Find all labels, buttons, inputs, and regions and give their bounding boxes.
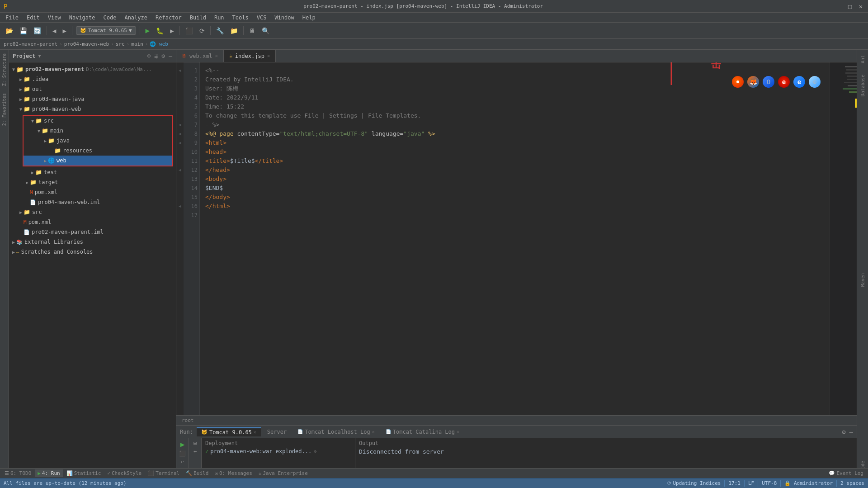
tree-item-src-root[interactable]: ▶ 📁 src xyxy=(9,207,176,217)
menu-help[interactable]: Help xyxy=(299,14,319,22)
todo-button[interactable]: ☰ 6: TODO xyxy=(2,469,34,477)
ide-settings-button[interactable]: 🖥 xyxy=(247,26,257,35)
tree-item-resources[interactable]: 📁 resources xyxy=(24,146,172,156)
terminal-button[interactable]: ⬛ Terminal xyxy=(145,469,182,477)
menu-tools[interactable]: Tools xyxy=(229,14,252,22)
run-reload-button[interactable]: ↩ xyxy=(181,459,184,465)
database-panel-tab[interactable]: Database xyxy=(859,71,866,100)
maven-panel-tab[interactable]: Maven xyxy=(859,270,866,290)
tab-index-jsp[interactable]: ☕ index.jsp ✕ xyxy=(224,50,276,62)
build-button[interactable]: 🔨 Build xyxy=(183,469,211,477)
debug-button[interactable]: 🐛 xyxy=(154,26,165,35)
status-position[interactable]: 17:1 xyxy=(728,480,741,486)
menu-vcs[interactable]: VCS xyxy=(253,14,270,22)
status-spaces[interactable]: 2 spaces xyxy=(840,480,864,486)
catalina-log-close[interactable]: ✕ xyxy=(457,429,459,434)
minimize-panel-icon[interactable]: — xyxy=(169,52,172,59)
run-minimize-button[interactable]: — xyxy=(849,428,853,436)
stop-button[interactable]: ⬛ xyxy=(184,26,195,35)
menu-analyze[interactable]: Analyze xyxy=(121,14,151,22)
menu-run[interactable]: Run xyxy=(211,14,228,22)
opera-icon[interactable]: O xyxy=(763,76,774,88)
breadcrumb-root[interactable]: pro02-maven-parent xyxy=(4,41,57,47)
tree-item-java[interactable]: ▶ 📁 java xyxy=(24,136,172,146)
event-log-button[interactable]: 💬 Event Log xyxy=(826,469,866,477)
run-tab-tomcat[interactable]: 🐱 Tomcat 9.0.65 ✕ xyxy=(197,427,261,436)
breadcrumb-web[interactable]: 🌐 web xyxy=(150,41,168,47)
search-everywhere-button[interactable]: 🔍 xyxy=(260,26,271,35)
tree-item-test[interactable]: ▶ 📁 test xyxy=(9,167,176,177)
tree-item-iml-pro04[interactable]: 📄 pro04-maven-web.iml xyxy=(9,197,176,207)
save-all-button[interactable]: 💾 xyxy=(18,26,29,35)
tree-item-target[interactable]: ▶ 📁 target xyxy=(9,177,176,187)
ie-icon[interactable]: e xyxy=(778,76,790,88)
menu-file[interactable]: File xyxy=(2,14,22,22)
project-panel-dropdown[interactable]: ▼ xyxy=(38,53,41,58)
synchronize-button[interactable]: 🔄 xyxy=(32,26,43,35)
tree-item-web[interactable]: ▶ 🌐 web xyxy=(24,156,172,166)
status-encoding[interactable]: UTF-8 xyxy=(762,480,777,486)
menu-edit[interactable]: Edit xyxy=(23,14,43,22)
edge-icon[interactable]: e xyxy=(793,76,805,88)
status-line-ending[interactable]: LF xyxy=(748,480,754,486)
forward-button[interactable]: ▶ xyxy=(61,26,68,35)
tree-item-pom-root[interactable]: Μ pom.xml xyxy=(9,217,176,227)
tree-item-out[interactable]: ▶ 📁 out xyxy=(9,84,176,94)
breadcrumb-module[interactable]: pro04-maven-web xyxy=(64,41,109,47)
tree-item-src[interactable]: ▼ 📁 src xyxy=(24,116,172,126)
coverage-button[interactable]: ▶ xyxy=(168,26,175,35)
run-configuration-selector[interactable]: 🐱 Tomcat 9.0.65 ▼ xyxy=(76,26,136,35)
back-button[interactable]: ◀ xyxy=(51,26,58,35)
favorites-panel-tab[interactable]: 2: Favorites xyxy=(1,90,8,129)
wrap-button[interactable]: ↔ xyxy=(193,448,197,455)
run-subtab-server[interactable]: Server xyxy=(263,428,291,436)
ant-panel-tab[interactable]: Ant xyxy=(859,52,866,67)
localhost-log-close[interactable]: ✕ xyxy=(372,429,375,434)
web-xml-close[interactable]: ✕ xyxy=(215,53,218,59)
firefox-icon[interactable]: 🦊 xyxy=(747,76,759,88)
run-subtab-localhost-log[interactable]: 📄 Tomcat Localhost Log ✕ xyxy=(293,428,379,436)
close-button[interactable]: ✕ xyxy=(857,3,864,10)
more-toolbar-button[interactable]: ⟳ xyxy=(198,26,207,35)
filter-button[interactable]: ⊟ xyxy=(193,440,197,446)
menu-window[interactable]: Window xyxy=(271,14,297,22)
run-subtab-catalina-log[interactable]: 📄 Tomcat Catalina Log ✕ xyxy=(381,428,464,436)
status-memory[interactable]: 🔒 Administrator xyxy=(784,480,833,486)
tree-item-idea[interactable]: ▶ 📁 .idea xyxy=(9,74,176,84)
maximize-button[interactable]: □ xyxy=(846,3,854,10)
safari-icon[interactable]: ⊕ xyxy=(809,76,821,88)
run-stop-button[interactable]: ⬛ xyxy=(179,450,186,457)
collapse-all-icon[interactable]: ⇶ xyxy=(155,52,158,59)
project-structure-button[interactable]: 📁 xyxy=(228,26,240,35)
tree-item-scratches[interactable]: ▶ ✏ Scratches and Consoles xyxy=(9,247,176,257)
open-project-button[interactable]: 📂 xyxy=(4,26,15,35)
tree-item-iml-root[interactable]: 📄 pro02-maven-parent.iml xyxy=(9,227,176,237)
breadcrumb-src[interactable]: src xyxy=(116,41,125,47)
tab-web-xml[interactable]: 🗎 web.xml ✕ xyxy=(176,50,224,62)
checkstyle-button[interactable]: ✓ CheckStyle xyxy=(104,469,144,477)
tree-item-pro04[interactable]: ▼ 📁 pro04-maven-web xyxy=(9,104,176,114)
sdk-button[interactable]: 🔧 xyxy=(214,26,226,35)
chrome-icon[interactable] xyxy=(732,76,744,88)
run-button[interactable]: ▶ xyxy=(144,25,152,36)
java-enterprise-button[interactable]: ☕ Java Enterprise xyxy=(256,469,311,477)
statistic-button[interactable]: 📊 Statistic xyxy=(64,469,104,477)
run-bottom-button[interactable]: ▶ 4: Run xyxy=(35,469,62,477)
tree-item-pro03[interactable]: ▶ 📁 pro03-maven-java xyxy=(9,94,176,104)
menu-navigate[interactable]: Navigate xyxy=(66,14,99,22)
minimize-button[interactable]: — xyxy=(835,3,843,10)
run-settings-button[interactable]: ⚙ xyxy=(842,428,845,436)
messages-button[interactable]: ✉ 0: Messages xyxy=(212,469,255,477)
run-play-button[interactable]: ▶ xyxy=(180,440,185,449)
menu-code[interactable]: Code xyxy=(100,14,120,22)
tree-item-main[interactable]: ▼ 📁 main xyxy=(24,126,172,136)
menu-view[interactable]: View xyxy=(44,14,65,22)
settings-icon[interactable]: ⚙ xyxy=(161,52,165,59)
menu-refactor[interactable]: Refactor xyxy=(152,14,185,22)
index-jsp-close[interactable]: ✕ xyxy=(267,53,270,59)
code-editor[interactable]: ◀ ◀ ◀ ◀ ◀ ◀ 1 2 3 xyxy=(176,62,857,415)
locate-file-icon[interactable]: ⊕ xyxy=(147,52,151,59)
run-tab-close[interactable]: ✕ xyxy=(254,430,256,435)
tree-item-external-libs[interactable]: ▶ 📚 External Libraries xyxy=(9,237,176,247)
tree-item-root[interactable]: ▼ 📁 pro02-maven-parent D:\code\JavaCode\… xyxy=(9,64,176,74)
